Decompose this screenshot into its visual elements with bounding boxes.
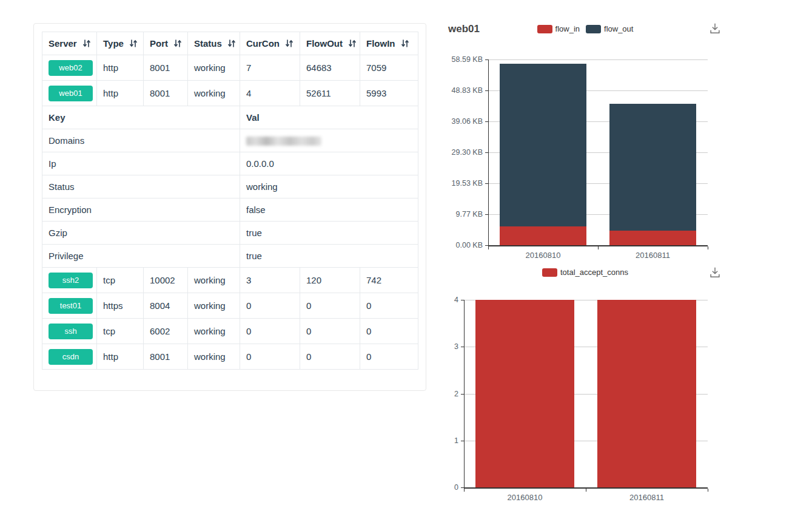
cell-status: working bbox=[188, 55, 240, 81]
detail-key: Privilege bbox=[42, 245, 240, 268]
server-button-ssh[interactable]: ssh bbox=[49, 324, 93, 339]
cell-status: working bbox=[188, 293, 240, 319]
conns-chart: total_accept_conns012342016081020160811 bbox=[443, 261, 728, 510]
legend-item-total_accept_conns[interactable]: total_accept_conns bbox=[542, 268, 628, 277]
legend-swatch bbox=[542, 268, 557, 277]
bar-flow_in-20160811 bbox=[609, 231, 696, 245]
legend-swatch bbox=[537, 25, 552, 33]
server-button-web01[interactable]: web01 bbox=[49, 86, 93, 101]
cell-flowin: 7059 bbox=[360, 55, 418, 81]
cell-flowout: 0 bbox=[300, 293, 360, 319]
cell-type: tcp bbox=[97, 319, 144, 344]
gridline bbox=[488, 59, 708, 60]
y-axis-label: 2 bbox=[443, 390, 458, 398]
detail-header-row: Key Val bbox=[42, 106, 418, 129]
table-row-csdn: csdn http 8001 working 0 0 0 bbox=[42, 344, 418, 370]
detail-val: working bbox=[240, 175, 418, 198]
cell-status: working bbox=[188, 319, 240, 344]
legend-label: total_accept_conns bbox=[560, 268, 628, 277]
x-category-label: 20160811 bbox=[617, 251, 690, 260]
server-button-ssh2[interactable]: ssh2 bbox=[49, 273, 93, 288]
y-axis-label: 0.00 KB bbox=[443, 241, 483, 249]
y-axis-label: 29.30 KB bbox=[443, 148, 483, 157]
table-header-row: Server Type Port Status CurCon FlowOut F… bbox=[42, 32, 418, 55]
chart-legend: total_accept_conns bbox=[443, 268, 728, 277]
y-axis-line bbox=[464, 300, 465, 487]
detail-key: Domains bbox=[42, 129, 240, 152]
cell-curcon: 0 bbox=[240, 344, 300, 370]
x-axis-tick bbox=[598, 246, 599, 249]
y-axis-label: 39.06 KB bbox=[443, 117, 483, 126]
detail-val: true bbox=[240, 222, 418, 245]
detail-val: 0.0.0.0 bbox=[240, 152, 418, 175]
y-axis-label: 0 bbox=[443, 483, 458, 492]
detail-val: false bbox=[240, 198, 418, 222]
detail-row-encryption: Encryption false bbox=[42, 198, 418, 222]
server-button-csdn[interactable]: csdn bbox=[49, 349, 93, 365]
column-label: Status bbox=[194, 38, 222, 49]
redacted-domain-value bbox=[246, 137, 321, 146]
legend-label: flow_in bbox=[555, 24, 580, 33]
cell-flowout: 52611 bbox=[300, 81, 360, 106]
cell-flowin: 0 bbox=[360, 293, 418, 319]
column-header-flowin[interactable]: FlowIn bbox=[360, 32, 418, 55]
detail-key: Gzip bbox=[42, 222, 240, 245]
detail-row-domains: Domains bbox=[42, 129, 418, 152]
cell-port: 8004 bbox=[144, 293, 188, 319]
column-label: Server bbox=[49, 38, 77, 49]
column-header-status[interactable]: Status bbox=[188, 32, 240, 55]
column-header-curcon[interactable]: CurCon bbox=[240, 32, 300, 55]
cell-port: 10002 bbox=[144, 268, 188, 293]
cell-curcon: 0 bbox=[240, 319, 300, 344]
bar-flow_in-20160810 bbox=[500, 226, 586, 245]
cell-curcon: 3 bbox=[240, 268, 300, 293]
table-row-test01: test01 https 8004 working 0 0 0 bbox=[42, 293, 418, 319]
table-row-web02: web02 http 8001 working 7 64683 7059 bbox=[42, 55, 418, 81]
flow-chart: web01 flow_inflow_out0.00 KB9.77 KB19.53… bbox=[443, 18, 728, 261]
bar-total_accept_conns-20160811 bbox=[597, 300, 696, 487]
x-category-label: 20160811 bbox=[611, 493, 683, 502]
cell-status: working bbox=[188, 344, 240, 370]
column-header-flowout[interactable]: FlowOut bbox=[300, 32, 360, 55]
cell-flowout: 0 bbox=[300, 344, 360, 370]
x-category-label: 20160810 bbox=[489, 493, 562, 502]
column-header-type[interactable]: Type bbox=[97, 32, 144, 55]
y-axis-label: 58.59 KB bbox=[443, 55, 483, 64]
column-label: Type bbox=[103, 38, 124, 49]
cell-flowout: 0 bbox=[300, 319, 360, 344]
cell-type: http bbox=[97, 344, 144, 370]
cell-flowin: 0 bbox=[360, 344, 418, 370]
legend-item-flow_out[interactable]: flow_out bbox=[586, 24, 633, 33]
sort-icon bbox=[82, 39, 91, 48]
column-header-server[interactable]: Server bbox=[42, 32, 97, 55]
detail-row-ip: Ip 0.0.0.0 bbox=[42, 152, 418, 175]
cell-curcon: 4 bbox=[240, 81, 300, 106]
server-button-web02[interactable]: web02 bbox=[49, 60, 93, 76]
y-axis-label: 19.53 KB bbox=[443, 179, 483, 188]
cell-flowout: 120 bbox=[300, 268, 360, 293]
server-button-test01[interactable]: test01 bbox=[49, 298, 93, 314]
bar-flow_out-20160811 bbox=[609, 104, 696, 231]
x-axis-tick bbox=[464, 489, 465, 492]
x-axis-tick bbox=[586, 489, 586, 492]
legend-label: flow_out bbox=[604, 24, 633, 33]
cell-port: 6002 bbox=[144, 319, 188, 344]
server-table: Server Type Port Status CurCon FlowOut F… bbox=[42, 32, 418, 370]
cell-port: 8001 bbox=[144, 81, 188, 106]
column-label: CurCon bbox=[246, 38, 280, 49]
cell-type: http bbox=[97, 55, 144, 81]
table-row-web01: web01 http 8001 working 4 52611 5993 bbox=[42, 81, 418, 106]
bar-total_accept_conns-20160810 bbox=[475, 300, 574, 487]
x-category-label: 20160810 bbox=[507, 251, 580, 260]
cell-port: 8001 bbox=[144, 344, 188, 370]
y-axis-label: 48.83 KB bbox=[443, 86, 483, 95]
sort-icon bbox=[173, 39, 182, 48]
detail-row-status: Status working bbox=[42, 175, 418, 198]
x-axis-tick bbox=[708, 246, 708, 249]
detail-key: Ip bbox=[42, 152, 240, 175]
sort-icon bbox=[401, 39, 409, 48]
legend-item-flow_in[interactable]: flow_in bbox=[537, 24, 580, 33]
column-header-port[interactable]: Port bbox=[144, 32, 188, 55]
sort-icon bbox=[348, 39, 357, 48]
cell-flowout: 64683 bbox=[300, 55, 360, 81]
